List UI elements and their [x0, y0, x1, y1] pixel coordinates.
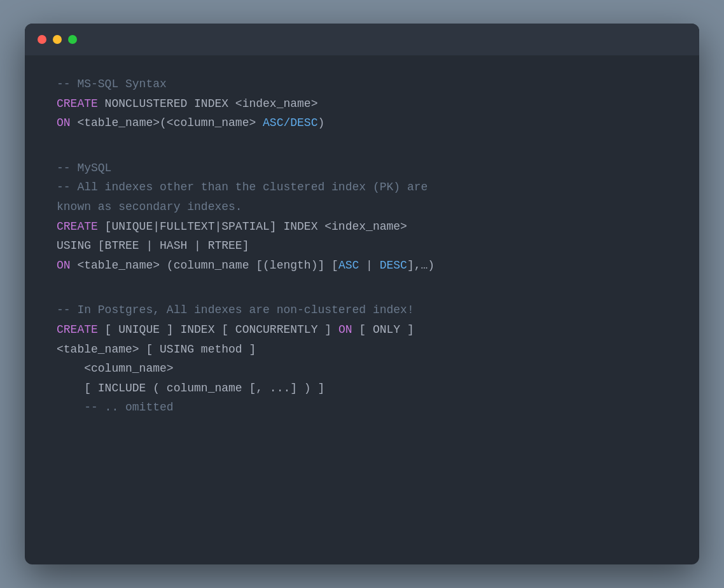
text-mssql-2c: )	[317, 116, 324, 129]
text-postgres-1b: [ ONLY ]	[352, 323, 414, 336]
code-mssql-1: CREATE NONCLUSTERED INDEX <index_name>	[57, 94, 667, 114]
comment-mysql-1: -- MySQL	[57, 158, 667, 178]
code-editor: -- MS-SQL Syntax CREATE NONCLUSTERED IND…	[25, 55, 699, 564]
keyword-create-3: CREATE	[57, 323, 98, 336]
code-mysql-3: ON <table_name> (column_name [(length)] …	[57, 256, 667, 276]
text-mssql-2b: ASC/DESC	[263, 116, 317, 129]
code-mysql-1: CREATE [UNIQUE|FULLTEXT|SPATIAL] INDEX <…	[57, 217, 667, 237]
code-mysql-2: USING [BTREE | HASH | RTREE]	[57, 236, 667, 256]
comment-mysql-3: known as secondary indexes.	[57, 197, 667, 217]
minimize-button[interactable]	[53, 35, 62, 44]
code-postgres-3: <column_name>	[57, 359, 667, 379]
keyword-create-2: CREATE	[57, 220, 98, 233]
keyword-on-3: ON	[338, 323, 352, 336]
comment-mysql-2: -- All indexes other than the clustered …	[57, 178, 667, 197]
maximize-button[interactable]	[68, 35, 77, 44]
keyword-on-1: ON	[57, 116, 71, 129]
title-bar	[25, 24, 699, 55]
text-mssql-2a: <table_name>(<column_name>	[71, 116, 263, 129]
spacer-1	[57, 133, 667, 158]
text-mysql-1: [UNIQUE|FULLTEXT|SPATIAL] INDEX <index_n…	[98, 220, 407, 233]
keyword-on-2: ON	[57, 259, 71, 272]
code-mssql-2: ON <table_name>(<column_name> ASC/DESC)	[57, 113, 667, 133]
comment-mssql: -- MS-SQL Syntax	[57, 74, 667, 94]
code-postgres-1: CREATE [ UNIQUE ] INDEX [ CONCURRENTLY ]…	[57, 320, 667, 340]
code-postgres-2: <table_name> [ USING method ]	[57, 340, 667, 360]
keyword-create-1: CREATE	[57, 97, 98, 110]
comment-postgres-1: -- In Postgres, All indexes are non-clus…	[57, 300, 667, 320]
text-mysql-3a: <table_name> (column_name [(length)] [	[71, 259, 338, 272]
spacer-2	[57, 275, 667, 300]
text-postgres-1a: [ UNIQUE ] INDEX [ CONCURRENTLY ]	[98, 323, 338, 336]
text-mssql-1: NONCLUSTERED INDEX <index_name>	[98, 97, 318, 110]
code-postgres-5: -- .. omitted	[57, 398, 667, 417]
code-postgres-4: [ INCLUDE ( column_name [, ...] ) ]	[57, 379, 667, 398]
code-window: -- MS-SQL Syntax CREATE NONCLUSTERED IND…	[25, 24, 699, 564]
close-button[interactable]	[38, 35, 46, 44]
text-mysql-3c: |	[359, 259, 379, 272]
text-mysql-3b: ASC	[338, 259, 359, 272]
text-mysql-3e: ],…)	[407, 259, 435, 272]
text-mysql-3d: DESC	[380, 259, 407, 272]
